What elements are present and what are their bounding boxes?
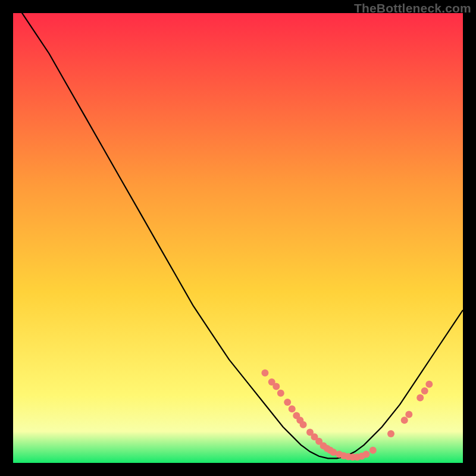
curve-dot	[300, 421, 307, 428]
watermark-text: TheBottleneck.com	[354, 1, 471, 15]
curve-dot	[289, 405, 296, 412]
curve-dot	[284, 399, 291, 406]
curve-dot	[261, 369, 268, 377]
chart-frame: TheBottleneck.com	[0, 0, 476, 476]
curve-dot	[401, 416, 408, 424]
curve-dot	[405, 411, 412, 418]
curve-dot	[387, 430, 394, 437]
curve-dot	[277, 390, 284, 397]
chart-svg	[13, 13, 463, 463]
curve-dot	[363, 451, 370, 458]
curve-dot	[416, 394, 424, 401]
curve-dot	[425, 381, 433, 388]
curve-dot	[421, 387, 428, 394]
plot-area	[13, 13, 463, 463]
gradient-bg	[13, 13, 463, 463]
curve-dot	[273, 383, 280, 390]
curve-dot	[369, 447, 377, 454]
